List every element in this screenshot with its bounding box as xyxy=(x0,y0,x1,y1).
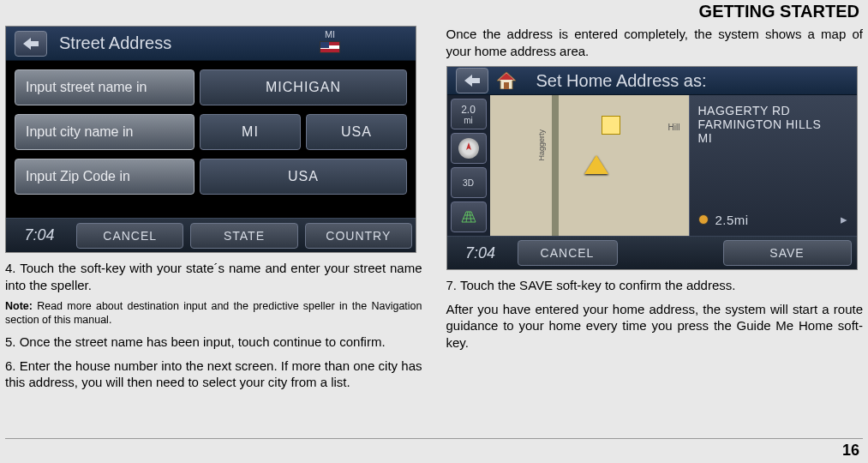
city-input[interactable]: Input city name in xyxy=(15,114,195,150)
view-3d-control[interactable]: 3D xyxy=(451,167,487,198)
cancel-softkey[interactable]: CANCEL xyxy=(76,223,183,249)
distance-row: 2.5mi ▸ xyxy=(698,212,848,227)
back-arrow-icon xyxy=(23,38,39,50)
right-column: Once the address is entered completely, … xyxy=(446,26,864,391)
scale-unit: mi xyxy=(464,116,473,125)
zip-value[interactable]: USA xyxy=(200,159,407,195)
zip-input[interactable]: Input Zip Code in xyxy=(15,159,195,195)
step7-text: 7. Touch the SAVE soft-key to confirm th… xyxy=(446,277,864,294)
grid-icon xyxy=(460,210,477,224)
note-label: Note: xyxy=(5,300,33,312)
clock: 7:04 xyxy=(6,226,73,244)
city-value-country[interactable]: USA xyxy=(306,114,407,150)
address-panel: HAGGERTY RD FARMINGTON HILLS MI 2.5mi ▸ xyxy=(689,95,857,236)
screen1-bottom-bar: 7:04 CANCEL STATE COUNTRY xyxy=(6,218,416,252)
page-title: GETTING STARTED xyxy=(699,2,859,21)
screen1-body: Input street name in MICHIGAN Input city… xyxy=(6,61,416,218)
state-badge: MI xyxy=(313,29,347,53)
city-value-state[interactable]: MI xyxy=(200,114,301,150)
step5-text: 5. Once the street name has been input, … xyxy=(5,334,422,351)
content-columns: Street Address MI Input street name in M… xyxy=(0,21,868,391)
street-address-screen: Street Address MI Input street name in M… xyxy=(5,26,416,253)
back-arrow-icon xyxy=(464,75,480,87)
screen2-bottom-bar: 7:04 CANCEL SAVE xyxy=(447,236,857,269)
distance-value: 2.5mi xyxy=(715,213,749,227)
screen2-body: 2.0 mi 3D xyxy=(447,95,857,236)
clock-2: 7:04 xyxy=(447,244,514,262)
state-softkey[interactable]: STATE xyxy=(190,223,297,249)
state-abbrev: MI xyxy=(325,29,335,39)
back-button-2[interactable] xyxy=(456,68,488,93)
road-v-label: Haggerty xyxy=(537,129,546,161)
compass-control[interactable] xyxy=(451,133,487,164)
grid-control[interactable] xyxy=(451,201,487,232)
road-vertical xyxy=(552,95,559,236)
scale-value: 2.0 xyxy=(461,104,476,116)
scale-control[interactable]: 2.0 mi xyxy=(451,99,487,129)
city-row: Input city name in MI USA xyxy=(15,114,407,150)
step6-text: 6. Enter the house number into the next … xyxy=(5,358,422,391)
map-area[interactable]: Haggerty Hill xyxy=(490,95,689,236)
us-flag-icon xyxy=(320,41,340,53)
screen1-title: Street Address xyxy=(59,33,407,53)
poi-icon xyxy=(602,116,620,135)
country-softkey[interactable]: COUNTRY xyxy=(305,223,412,249)
addr-line1: HAGGERTY RD xyxy=(698,104,848,117)
home-icon xyxy=(497,72,516,89)
map-side-controls: 2.0 mi 3D xyxy=(447,95,490,236)
compass-icon xyxy=(458,138,479,159)
street-value[interactable]: MICHIGAN xyxy=(200,69,407,105)
addr-line2: FARMINGTON HILLS xyxy=(698,117,848,131)
footer-divider xyxy=(5,438,863,439)
street-row: Input street name in MICHIGAN xyxy=(15,69,407,105)
back-button[interactable] xyxy=(15,31,47,57)
after-text: After you have entered your home address… xyxy=(446,301,864,352)
vehicle-arrow-icon xyxy=(584,155,608,174)
note-text: Note: Read more about destination input … xyxy=(5,300,422,327)
zip-row: Input Zip Code in USA xyxy=(15,159,407,195)
cancel-softkey-2[interactable]: CANCEL xyxy=(518,240,618,266)
chevron-right-icon: ▸ xyxy=(841,212,848,227)
left-column: Street Address MI Input street name in M… xyxy=(5,26,422,391)
addr-line3: MI xyxy=(698,131,848,145)
screen2-titlebar: Set Home Address as: xyxy=(447,67,857,95)
three-d-label: 3D xyxy=(463,178,474,188)
step4-text: 4. Touch the soft-key with your state´s … xyxy=(5,260,422,293)
set-home-screen: Set Home Address as: 2.0 mi 3D xyxy=(446,66,858,270)
screen2-title: Set Home Address as: xyxy=(536,71,848,91)
note-body: Read more about destination input and th… xyxy=(5,300,422,326)
screen1-titlebar: Street Address MI xyxy=(6,27,416,61)
save-softkey[interactable]: SAVE xyxy=(723,240,852,266)
svg-rect-0 xyxy=(504,82,509,89)
street-input[interactable]: Input street name in xyxy=(15,69,195,105)
distance-dot-icon xyxy=(698,214,709,225)
road-h-label: Hill xyxy=(668,123,680,132)
right-intro-text: Once the address is entered completely, … xyxy=(446,26,864,59)
page-number: 16 xyxy=(842,442,859,460)
